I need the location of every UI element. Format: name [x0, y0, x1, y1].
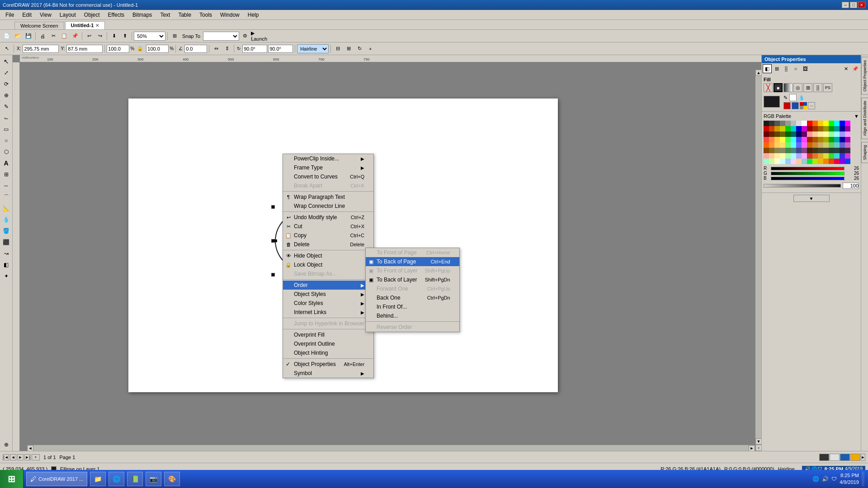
taskbar-coreldraw[interactable]: 🖊 CorelDRAW 2017 ... [26, 472, 87, 486]
color-cell-108[interactable] [829, 153, 834, 159]
color-cell-0[interactable] [764, 121, 769, 126]
menu-edit[interactable]: Edit [19, 11, 35, 19]
select-tool[interactable]: ↖ [1, 56, 12, 67]
ctx-wrap-paragraph[interactable]: ¶ Wrap Paragraph Text [283, 192, 373, 202]
color-cell-75[interactable] [823, 142, 829, 148]
palette-expand-btn[interactable]: ▼ [854, 113, 859, 119]
color-cell-93[interactable] [834, 148, 840, 153]
rectangle-tool[interactable]: ▭ [1, 124, 12, 135]
zoom-in-btn[interactable]: + [755, 445, 761, 451]
color-cell-16[interactable] [764, 126, 769, 131]
undo-tb-btn[interactable]: ↩ [84, 31, 94, 41]
refresh-btn[interactable]: ↻ [354, 44, 364, 54]
cut-tb-btn[interactable]: ✂ [48, 31, 58, 41]
text-tool[interactable]: A [1, 158, 12, 169]
node-tool[interactable]: ⤢ [1, 67, 12, 78]
table-tool[interactable]: ⊞ [1, 169, 12, 180]
color-cell-64[interactable] [764, 142, 769, 148]
redo-tb-btn[interactable]: ↪ [95, 31, 105, 41]
color-cell-36[interactable] [785, 131, 791, 137]
ctx-overprint-outline[interactable]: Overprint Outline [283, 339, 373, 348]
taskbar-chrome[interactable]: 🌐 [108, 472, 124, 486]
color-cell-30[interactable] [840, 126, 845, 131]
color-cell-56[interactable] [807, 137, 812, 142]
color-cell-94[interactable] [840, 148, 845, 153]
color-cell-86[interactable] [796, 148, 802, 153]
color-cell-25[interactable] [812, 126, 818, 131]
outline-color-swatch[interactable] [789, 94, 797, 101]
color-tab-more[interactable]: ► [861, 454, 865, 461]
ellipse-node[interactable] [274, 239, 277, 242]
ctx-object-styles[interactable]: Object Styles ▶ [283, 290, 373, 299]
ctx-color-styles[interactable]: Color Styles ▶ [283, 299, 373, 308]
color-cell-45[interactable] [834, 131, 840, 137]
color-cell-8[interactable] [807, 121, 812, 126]
color-cell-26[interactable] [818, 126, 823, 131]
vscroll-down-btn[interactable]: ▼ [755, 438, 761, 445]
zoom-select[interactable]: 50% 100% 200% [134, 32, 165, 41]
launch-btn[interactable]: ▶ Launch [254, 31, 264, 41]
coord-x-input[interactable] [23, 45, 59, 53]
color-cell-106[interactable] [818, 153, 823, 159]
color-cell-37[interactable] [791, 131, 796, 137]
color-cell-69[interactable] [791, 142, 796, 148]
panel-expand-btn[interactable]: ▼ [793, 195, 830, 202]
ellipse-tool[interactable]: ○ [1, 135, 12, 146]
dimension-tool[interactable]: ↔ [1, 180, 12, 191]
zoom-tool[interactable]: ⊕ [1, 439, 12, 450]
color-cell-109[interactable] [834, 153, 840, 159]
side-tab-align[interactable]: Align and Distribute [861, 98, 868, 139]
color-cell-117[interactable] [791, 159, 796, 164]
color-cell-111[interactable] [845, 153, 850, 159]
export-btn[interactable]: ⬆ [120, 31, 130, 41]
maximize-button[interactable]: □ [850, 2, 857, 8]
ctx-wrap-connector[interactable]: Wrap Connector Line [283, 202, 373, 211]
add-btn[interactable]: + [365, 44, 375, 54]
order-in-front-of[interactable]: In Front Of... [366, 302, 459, 311]
color-cell-63[interactable] [845, 137, 850, 142]
width-input[interactable] [107, 45, 129, 53]
color-cell-17[interactable] [769, 126, 774, 131]
pattern-fill-icon[interactable]: ⊞ [803, 83, 812, 92]
ctx-object-properties[interactable]: ✓ Object Properties Alt+Enter [283, 360, 373, 369]
color-cell-98[interactable] [774, 153, 780, 159]
new-btn[interactable]: 📄 [2, 31, 12, 41]
fill-tool[interactable]: 🪣 [1, 225, 12, 236]
color-cell-24[interactable] [807, 126, 812, 131]
color-cell-71[interactable] [802, 142, 807, 148]
start-button[interactable]: ⊞ [0, 470, 24, 488]
color-cell-44[interactable] [829, 131, 834, 137]
close-button[interactable]: ✕ [858, 2, 865, 8]
import-btn[interactable]: ⬇ [109, 31, 119, 41]
copy-tb-btn[interactable]: 📋 [59, 31, 69, 41]
color-cell-49[interactable] [769, 137, 774, 142]
hscroll-left-btn[interactable]: ◄ [27, 445, 33, 451]
color-cell-58[interactable] [818, 137, 823, 142]
align-left-btn[interactable]: ⊟ [333, 44, 343, 54]
ctx-convert-curves[interactable]: Convert to Curves Ctrl+Q [283, 172, 373, 181]
color-cell-81[interactable] [769, 148, 774, 153]
color-cell-19[interactable] [780, 126, 785, 131]
panel-tab-fill[interactable]: ◧ [763, 64, 772, 73]
postscript-fill-icon[interactable]: PS [823, 83, 832, 92]
color-cell-3[interactable] [780, 121, 785, 126]
mirror-v-btn[interactable]: ⇕ [222, 44, 232, 54]
group-btn[interactable]: ⊞ [344, 44, 354, 54]
opacity-slider-track[interactable] [764, 184, 841, 188]
order-back-one[interactable]: Back One Ctrl+PgDn [366, 293, 459, 302]
cursor-tool[interactable]: ↖ [2, 44, 12, 54]
color-cell-48[interactable] [764, 137, 769, 142]
color-cell-79[interactable] [845, 142, 850, 148]
panel-tab-circle[interactable]: ○ [791, 64, 800, 73]
handle-bl[interactable] [271, 273, 275, 277]
order-to-back-page[interactable]: ▣ To Back of Page Ctrl+End [366, 257, 459, 266]
color-cell-15[interactable] [845, 121, 850, 126]
color-cell-20[interactable] [785, 126, 791, 131]
color-cell-12[interactable] [829, 121, 834, 126]
color-cell-65[interactable] [769, 142, 774, 148]
tab-untitled1[interactable]: Untitled-1 ✕ [65, 21, 105, 29]
coord-y-input[interactable] [66, 45, 103, 53]
color-cell-43[interactable] [823, 131, 829, 137]
color-cell-88[interactable] [807, 148, 812, 153]
menu-help[interactable]: Help [244, 11, 263, 19]
